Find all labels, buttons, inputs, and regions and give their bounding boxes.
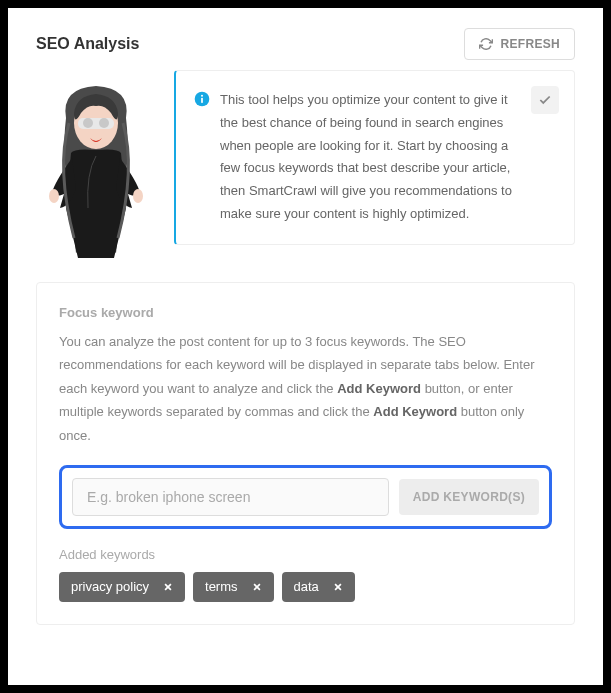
svg-point-2 <box>83 118 93 128</box>
dismiss-button[interactable] <box>531 86 559 114</box>
focus-keyword-panel: Focus keyword You can analyze the post c… <box>36 282 575 625</box>
info-notice: This tool helps you optimize your conten… <box>174 70 575 245</box>
info-text: This tool helps you optimize your conten… <box>220 89 554 226</box>
svg-point-8 <box>201 95 203 97</box>
svg-point-4 <box>49 189 59 203</box>
refresh-button[interactable]: REFRESH <box>464 28 575 60</box>
remove-keyword-button[interactable] <box>248 578 266 596</box>
page-title: SEO Analysis <box>36 35 139 53</box>
info-icon <box>194 91 210 107</box>
refresh-icon <box>479 37 493 51</box>
added-keywords-list: privacy policytermsdata <box>59 572 552 602</box>
refresh-label: REFRESH <box>501 37 560 51</box>
avatar <box>36 78 156 262</box>
remove-keyword-button[interactable] <box>329 578 347 596</box>
keyword-input-row: ADD KEYWORD(S) <box>59 465 552 529</box>
keyword-tag-label: privacy policy <box>71 579 149 594</box>
close-icon <box>333 582 343 592</box>
keyword-tag-label: terms <box>205 579 238 594</box>
close-icon <box>252 582 262 592</box>
added-keywords-label: Added keywords <box>59 547 552 562</box>
svg-point-5 <box>133 189 143 203</box>
add-keyword-button[interactable]: ADD KEYWORD(S) <box>399 479 539 515</box>
svg-rect-7 <box>201 98 203 103</box>
keyword-tag: privacy policy <box>59 572 185 602</box>
focus-keyword-label: Focus keyword <box>59 305 552 320</box>
remove-keyword-button[interactable] <box>159 578 177 596</box>
focus-keyword-description: You can analyze the post content for up … <box>59 330 552 447</box>
keyword-tag-label: data <box>294 579 319 594</box>
keyword-input[interactable] <box>72 478 389 516</box>
check-icon <box>538 93 552 107</box>
keyword-tag: terms <box>193 572 274 602</box>
close-icon <box>163 582 173 592</box>
keyword-tag: data <box>282 572 355 602</box>
svg-point-3 <box>99 118 109 128</box>
